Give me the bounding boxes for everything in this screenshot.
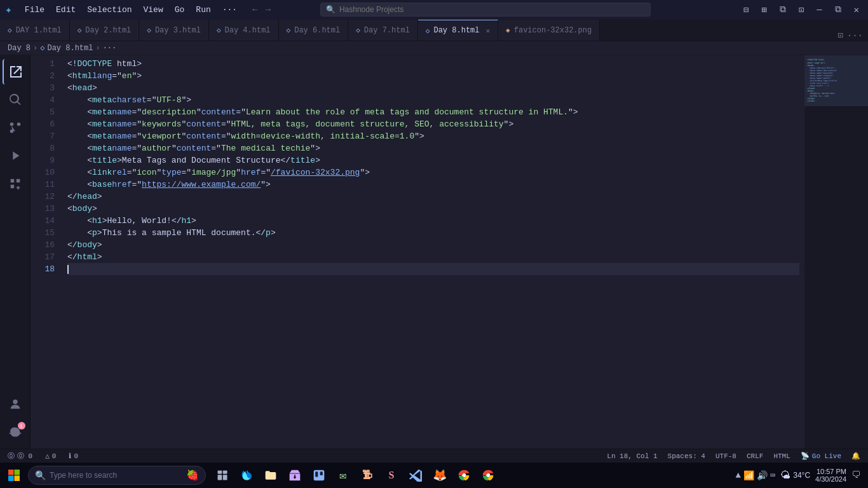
trello-button[interactable] [308,464,330,487]
minimize-button[interactable]: — [813,3,825,17]
tab-day7[interactable]: ◇ Day 7.html [348,20,418,41]
tab-day3[interactable]: ◇ Day 3.html [139,20,209,41]
split-editor-icon[interactable]: ⊞ [757,3,770,17]
store-button[interactable] [283,464,306,487]
code-editor[interactable]: <!DOCTYPE html> <html lang="en"> <head> … [62,55,804,449]
tab-day2[interactable]: ◇ Day 2.html [70,20,140,41]
tab-icon-day2: ◇ [78,26,82,34]
main-area: 1 1 2 3 4 5 6 7 8 9 10 11 12 13 14 15 16… [0,55,868,449]
close-button[interactable]: ✕ [850,3,863,17]
svg-rect-12 [314,470,325,481]
menu-view[interactable]: View [139,4,168,16]
code-line-8: <meta name="author" content="The medical… [67,142,799,154]
status-spaces[interactable]: Spaces: 4 [665,452,708,460]
tab-icon-day7: ◇ [356,26,360,34]
breadcrumb-file[interactable]: Day 8.html [47,44,93,53]
tray-sound-icon[interactable]: 🔊 [757,470,768,481]
info-icon: ℹ [69,452,71,460]
task-view-button[interactable] [211,464,234,487]
menu-go[interactable]: Go [170,4,190,16]
layout-icon[interactable]: ⊟ [740,3,752,17]
nav-back-button[interactable]: ← [250,3,260,16]
code-line-14: <h1>Hello, World!</h1> [67,215,799,227]
activity-account[interactable] [3,391,28,417]
line-numbers: 1 2 3 4 5 6 7 8 9 10 11 12 13 14 15 16 1… [31,55,62,449]
weather-widget[interactable]: 🌤 34°C [780,470,810,482]
activity-bar: 1 [0,55,31,449]
breadcrumb-more[interactable]: ··· [103,44,117,53]
info-count: 0 [74,452,78,460]
editor-area[interactable]: 1 2 3 4 5 6 7 8 9 10 11 12 13 14 15 16 1… [31,55,868,449]
status-encoding[interactable]: UTF-8 [713,452,739,460]
tab-favicon[interactable]: ◈ favicon-32x32.png [498,20,600,41]
title-search-bar[interactable]: 🔍 [320,3,651,17]
chrome2-button[interactable] [477,464,499,487]
taskbar-apps: ✉ 🗜 S 🦊 [211,464,499,487]
code-line-5: <meta name="description" content="Learn … [67,106,799,118]
status-line-ending[interactable]: CRLF [744,452,766,460]
restore-button[interactable]: ⧉ [831,3,845,17]
status-bell[interactable]: 🔔 [849,452,863,460]
code-line-7: <meta name="viewport" content="width=dev… [67,130,799,142]
status-position[interactable]: Ln 18, Col 1 [604,452,660,460]
edge-button[interactable] [235,464,258,487]
activity-settings[interactable]: 1 [3,419,28,445]
tab-label-day3: Day 3.html [155,26,201,35]
tray-wifi-icon[interactable]: 📶 [743,470,754,481]
chrome-button[interactable] [452,464,475,487]
search-input[interactable] [339,5,645,14]
status-info[interactable]: ℹ 0 [66,452,81,460]
error-count: ⓪ 0 [17,451,32,461]
status-language[interactable]: HTML [771,452,792,460]
activity-source-control[interactable] [3,115,28,140]
tab-icon-day6: ◇ [287,26,291,34]
svg-rect-9 [223,471,227,474]
winrar-button[interactable]: 🗜 [356,464,379,487]
go-live-button[interactable]: 📡 Go Live [798,452,844,460]
tray-keyboard-icon[interactable]: ⌨ [770,470,775,481]
cursor [67,265,69,274]
vscode-taskbar-button[interactable] [404,464,427,487]
tab-day8[interactable]: ◇ Day 8.html ✕ [418,20,498,41]
menu-run[interactable]: Run [191,4,215,16]
start-button[interactable] [3,464,25,487]
tab-label-day6: Day 6.html [294,26,340,35]
menu-edit[interactable]: Edit [51,4,81,16]
clock-date: 4/30/2024 [815,475,846,483]
status-errors[interactable]: ⓪ ⓪ 0 [5,451,35,461]
tray-chevron-icon[interactable]: ▲ [735,470,740,480]
status-right: Ln 18, Col 1 Spaces: 4 UTF-8 CRLF HTML 📡… [604,452,863,460]
temperature-display: 34°C [793,471,810,480]
tab-more-button[interactable]: ··· [847,30,863,41]
activity-search[interactable] [3,87,28,112]
menu-selection[interactable]: Selection [82,4,137,16]
tab-close-day8[interactable]: ✕ [485,27,490,35]
breadcrumb-day8[interactable]: Day 8 [8,44,31,53]
system-clock[interactable]: 10:57 PM 4/30/2024 [815,468,846,483]
firefox-button[interactable]: 🦊 [428,464,451,487]
status-warnings[interactable]: △ 0 [43,452,58,460]
panel-icon[interactable]: ⧉ [776,3,790,17]
code-line-4: <meta charset="UTF-8"> [67,94,799,106]
taskbar-search-icon: 🔍 [35,470,46,481]
activity-extensions[interactable] [3,171,28,196]
file-explorer-button[interactable] [259,464,282,487]
activity-explorer[interactable] [3,59,28,85]
notification-icon[interactable]: 🗨 [851,470,860,480]
tab-day6[interactable]: ◇ Day 6.html [279,20,349,41]
nav-forward-button[interactable]: → [263,3,273,16]
menu-file[interactable]: File [20,4,50,16]
sublime-button[interactable]: S [380,464,403,487]
activity-run-debug[interactable] [3,143,28,168]
split-editor-button[interactable]: ⊡ [837,30,843,41]
minimap: <!DOCTYPE html> <html lang="en"> <head> … [804,55,868,449]
mail-button[interactable]: ✉ [332,464,355,487]
taskbar-search-bar[interactable]: 🔍 Type here to search 🍓 [28,466,206,485]
svg-rect-4 [8,470,14,475]
position-label: Ln 18, Col 1 [607,452,657,460]
tab-day1[interactable]: ◇ DAY 1.html [0,20,70,41]
tab-day4[interactable]: ◇ Day 4.html [209,20,279,41]
customize-icon[interactable]: ⊡ [795,3,808,17]
svg-rect-7 [15,476,20,482]
menu-more[interactable]: ··· [217,4,242,16]
